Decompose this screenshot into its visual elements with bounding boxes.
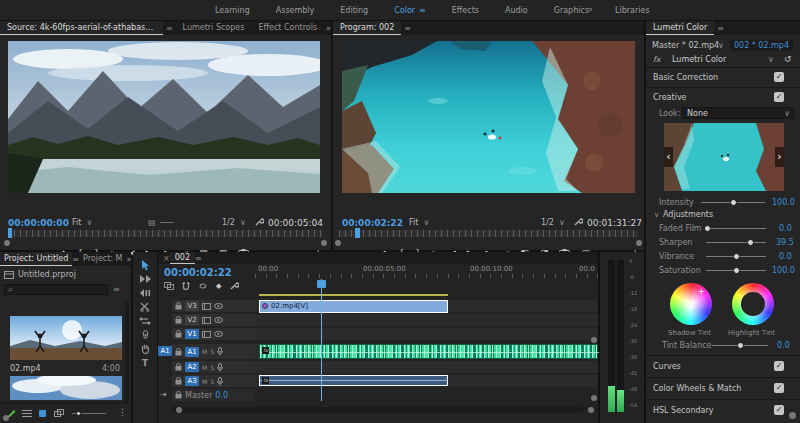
work-area-bar[interactable] (259, 294, 448, 296)
tab-sequence-002[interactable]: 002 (170, 252, 195, 264)
project-scrollbar-handle[interactable] (3, 415, 9, 421)
thumbnail-zoom-slider[interactable] (72, 413, 106, 414)
look-dropdown[interactable]: None ∨ (682, 107, 794, 119)
track-a2-badge[interactable]: A2 (185, 362, 199, 372)
timeline-panel-menu-icon[interactable]: ≡ (195, 254, 202, 263)
toggle-track-output-eye-icon[interactable] (214, 303, 223, 309)
sharpen-value[interactable]: 39.5 (776, 238, 794, 247)
program-scroll-left-handle[interactable] (335, 240, 341, 246)
sharpen-slider[interactable] (706, 242, 766, 243)
snap-magnet-icon[interactable] (182, 282, 190, 291)
saturation-slider[interactable] (706, 270, 766, 271)
project-panel-menu-icon[interactable]: ≡ (72, 255, 79, 264)
solo-button[interactable]: S (210, 378, 214, 385)
track-v1-badge[interactable]: V1 (185, 329, 199, 339)
nest-toggle-icon[interactable] (164, 282, 174, 290)
mute-button[interactable]: M (202, 364, 207, 371)
source-panel-menu-icon[interactable]: ≡ (166, 24, 173, 33)
source-current-timecode[interactable]: 00:00:00:00 (8, 218, 69, 228)
hsl-secondary-checkbox[interactable]: ✓ (774, 405, 784, 415)
timeline-playhead-line[interactable] (321, 279, 322, 401)
mute-button[interactable]: M (202, 348, 207, 355)
linked-selection-icon[interactable] (198, 282, 208, 290)
faded-film-slider[interactable] (706, 228, 766, 229)
tab-project-untitled[interactable]: Project: Untitled (0, 252, 72, 266)
timeline-audio-clip-a1[interactable]: fx (259, 344, 598, 359)
source-playhead[interactable] (8, 228, 12, 238)
section-basic-correction[interactable]: Basic Correction (653, 73, 718, 82)
look-preview[interactable]: ‹ › (664, 123, 784, 191)
source-resolution-dropdown[interactable]: 1/2 ∨ (222, 218, 246, 227)
tint-balance-value[interactable]: 0.0 (777, 341, 790, 350)
tab-source[interactable]: Source: 4k-60fps-aerial-of-athabasca-riv… (0, 21, 163, 35)
workspace-tab-color[interactable]: Color (394, 6, 415, 15)
vibrance-value[interactable]: 0.0 (779, 252, 792, 261)
source-scroll-left-handle[interactable] (4, 240, 10, 246)
add-marker-icon[interactable]: ◆ (216, 282, 221, 290)
creative-checkbox[interactable]: ✓ (774, 92, 784, 102)
lumetri-scrollbar-handle[interactable] (789, 412, 796, 419)
workspace-tab-audio[interactable]: Audio (505, 6, 528, 15)
lane-a2[interactable] (255, 361, 598, 373)
lane-v2[interactable] (255, 314, 598, 326)
track-select-tool[interactable] (133, 272, 157, 286)
vibrance-knob[interactable] (733, 253, 740, 260)
source-video-preview[interactable] (8, 41, 320, 193)
track-v2-badge[interactable]: V2 (185, 315, 199, 325)
list-view-icon[interactable] (22, 409, 32, 418)
hscroll-left-handle[interactable] (176, 407, 182, 413)
workspace-menu-icon[interactable]: ≡ (419, 6, 426, 15)
workspace-tab-effects[interactable]: Effects (452, 6, 479, 15)
look-prev-icon[interactable]: ‹ (664, 147, 673, 167)
freeform-view-icon[interactable] (54, 409, 65, 418)
project-tab-overflow-icon[interactable]: » (126, 255, 131, 264)
source-tab-overflow-icon[interactable]: » (326, 24, 331, 33)
lumetri-master-label[interactable]: Master * 02.mp4 (652, 41, 719, 50)
lumetri-effect-name[interactable]: Lumetri Color (672, 55, 726, 64)
sync-source-icon[interactable] (202, 317, 211, 324)
vscroll-bottom-handle[interactable] (591, 395, 597, 401)
sync-source-icon[interactable] (202, 303, 211, 310)
intensity-slider[interactable] (701, 202, 765, 203)
lock-icon[interactable] (175, 302, 182, 310)
lumetri-panel-menu-icon[interactable]: ≡ (717, 24, 724, 33)
lock-icon[interactable] (175, 330, 182, 338)
vibrance-slider[interactable] (706, 256, 766, 257)
program-fit-dropdown[interactable]: Fit ∨ (409, 218, 429, 227)
tab-program[interactable]: Program: 002 (333, 21, 401, 35)
workspace-tab-graphics[interactable]: Graphics (554, 6, 589, 15)
faded-film-knob[interactable] (704, 225, 711, 232)
adjustments-header[interactable]: Adjustments (663, 210, 713, 219)
thumbnail-zoom-knob[interactable] (76, 411, 81, 416)
lock-icon[interactable] (175, 348, 182, 356)
basic-correction-checkbox[interactable]: ✓ (774, 72, 784, 82)
solo-button[interactable]: S (210, 364, 214, 371)
track-a3-badge[interactable]: A3 (185, 376, 199, 386)
workspace-overflow-icon[interactable]: » (588, 5, 593, 14)
program-playhead[interactable] (355, 228, 360, 238)
section-creative[interactable]: Creative (653, 93, 687, 102)
program-settings-wrench-icon[interactable] (573, 217, 583, 227)
master-track-label[interactable]: Master (185, 391, 212, 400)
lock-icon[interactable] (175, 377, 182, 385)
track-v3-badge[interactable]: V3 (185, 301, 199, 311)
project-search-options-icon[interactable]: ≡ (113, 285, 120, 294)
hscroll-right-handle[interactable] (588, 407, 594, 413)
source-settings-wrench-icon[interactable] (254, 217, 264, 227)
track-height-preset-icon[interactable]: ⇥ (160, 390, 167, 399)
project-clip-thumbnail[interactable] (10, 316, 122, 360)
drag-video-icon[interactable]: ▤ (148, 218, 156, 227)
ripple-edit-tool[interactable] (133, 286, 157, 300)
sharpen-knob[interactable] (747, 239, 754, 246)
chevron-down-icon[interactable]: ∨ (768, 55, 774, 64)
timeline-timecode[interactable]: 00:00:02:22 (164, 267, 232, 278)
type-tool[interactable]: T (133, 356, 157, 370)
project-clip-thumbnail-2[interactable] (10, 376, 122, 400)
saturation-value[interactable]: 100.0 (772, 266, 795, 275)
lumetri-clip-selector[interactable]: 002 * 02.mp4 (730, 40, 793, 51)
adjustments-caret-icon[interactable]: ∨ (654, 211, 659, 219)
lock-icon[interactable] (175, 363, 182, 371)
pen-tool[interactable] (133, 328, 157, 342)
program-panel-menu-icon[interactable]: ≡ (404, 24, 411, 33)
intensity-value[interactable]: 100.0 (772, 198, 795, 207)
